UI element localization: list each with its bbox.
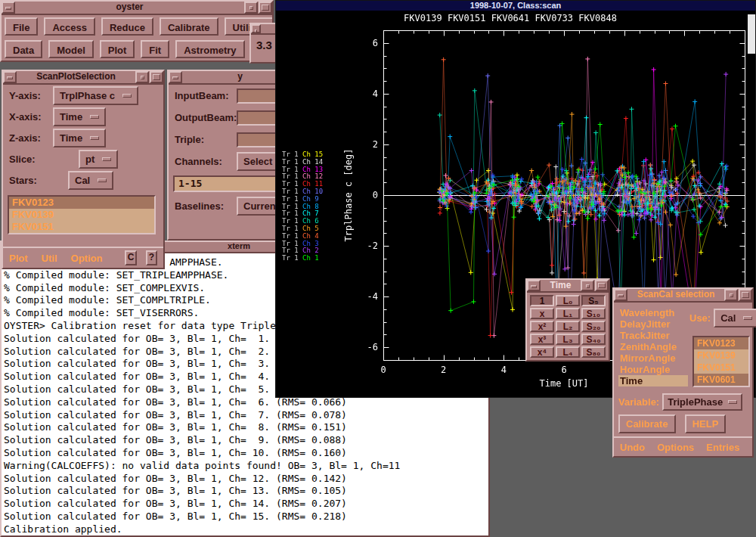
outputbeam-label: OutputBeam:	[175, 112, 237, 123]
scancal-titlebar[interactable]: ScanCal selection	[614, 289, 752, 303]
time-term-x[interactable]: x²	[530, 321, 554, 332]
parameter-wavelength[interactable]: Wavelength	[618, 307, 688, 318]
slice-option-menu[interactable]: pt	[79, 150, 118, 169]
time-term-x[interactable]: x⁴	[530, 346, 554, 358]
variable-label: Variable:	[618, 396, 659, 408]
time-term-x[interactable]: x³	[530, 334, 554, 345]
inputbeam-label: InputBeam:	[175, 90, 237, 101]
time-term-s[interactable]: S₁₀	[581, 308, 606, 319]
scanplot-titlebar[interactable]: ScanPlotSelection	[3, 71, 163, 85]
time-term-1[interactable]: 1	[530, 295, 554, 306]
time-term-l[interactable]: L₃	[556, 334, 580, 345]
window-menu-button[interactable]	[169, 71, 182, 83]
menu-fit[interactable]: Fit	[141, 40, 169, 58]
help-button[interactable]: HELP	[685, 414, 727, 433]
option-menu-dash-icon	[98, 178, 107, 182]
time-term-l[interactable]: L₂	[556, 321, 580, 332]
variable-option-menu[interactable]: TriplePhase	[662, 393, 742, 411]
y-axis-option-menu[interactable]: TrplPhase c	[53, 86, 138, 105]
time-term-s[interactable]: S₄₀	[581, 334, 606, 345]
calibrator-fkv0123[interactable]: FKV0123	[694, 337, 748, 349]
time-term-x[interactable]: x	[530, 308, 554, 319]
time-term-s[interactable]: S₅	[581, 295, 606, 306]
variable-row: Variable: TriplePhase	[618, 393, 742, 411]
option-menu-dash-icon	[90, 115, 99, 119]
time-titlebar[interactable]: Time	[527, 280, 609, 293]
time-term-s[interactable]: S₂₀	[581, 321, 606, 332]
window-menu-button[interactable]	[3, 71, 17, 83]
parameter-delayjitter[interactable]: DelayJitter	[618, 318, 688, 330]
menu-plot[interactable]: Plot	[100, 40, 135, 58]
triple-label: Triple:	[175, 134, 237, 145]
maximize-button[interactable]	[259, 2, 272, 14]
plot-scrollbar[interactable]	[748, 14, 755, 84]
menu-option[interactable]: Option	[71, 253, 103, 264]
calibrate-button[interactable]: Calibrate	[618, 414, 676, 433]
legend-triple-label: Tr 1	[282, 254, 302, 262]
channels-select-value: Select	[243, 156, 272, 167]
menu-model[interactable]: Model	[48, 40, 94, 58]
option-menu-dash-icon	[743, 316, 752, 320]
maximize-button[interactable]	[150, 71, 163, 83]
window-menu-button[interactable]	[527, 280, 541, 291]
window-menu-button[interactable]	[2, 2, 15, 14]
scancal-menubar: UndoOptionsEntries	[614, 436, 752, 456]
time-term-l[interactable]: L₄	[556, 346, 580, 358]
button-item[interactable]: ?	[146, 250, 157, 265]
plot-window-titlebar[interactable]: 1998-10-07, Class:scan	[276, 1, 755, 11]
iconify-button[interactable]	[724, 289, 738, 301]
calibrator-fkv0139[interactable]: FKV0139	[694, 349, 748, 362]
menu-entries[interactable]: Entries	[706, 442, 739, 453]
plot-scrollbar-thumb[interactable]	[748, 54, 755, 84]
variable-value: TriplePhase	[668, 396, 723, 408]
parameter-mirrorangle[interactable]: MirrorAngle	[618, 352, 688, 364]
legend-channel-label: Ch 6	[302, 217, 319, 225]
window-menu-button[interactable]	[251, 24, 261, 33]
z-axis-option-menu[interactable]: Time	[53, 129, 106, 147]
menu-data[interactable]: Data	[5, 40, 42, 58]
use-value: Cal	[720, 312, 736, 324]
iconify-button[interactable]	[581, 280, 594, 291]
menu-undo[interactable]: Undo	[620, 442, 645, 453]
menu-util[interactable]: Util	[42, 253, 57, 264]
iconify-button[interactable]	[135, 71, 149, 83]
use-option-menu[interactable]: Cal	[714, 309, 756, 327]
terminal-line: Solution calculated for OB= 3, Bl= 1, Ch…	[4, 511, 486, 523]
maximize-button[interactable]	[595, 280, 609, 291]
star-fkv0139[interactable]: FKV0139	[9, 209, 154, 221]
parameter-trackjitter[interactable]: TrackJitter	[618, 330, 688, 341]
window-menu-dash-icon	[531, 285, 537, 288]
iconify-button[interactable]	[244, 2, 258, 14]
option-value: Time	[60, 132, 82, 144]
menu-calibrate[interactable]: Calibrate	[160, 17, 218, 36]
menu-reduce[interactable]: Reduce	[101, 17, 153, 36]
x-axis-option-menu[interactable]: Time	[53, 107, 106, 126]
menu-file[interactable]: File	[5, 17, 38, 36]
menu-astrometry[interactable]: Astrometry	[175, 40, 244, 58]
oyster-titlebar[interactable]: oyster	[2, 2, 272, 15]
calibrator-fkv0151[interactable]: FKV0151	[694, 362, 748, 374]
parameter-time[interactable]: Time	[618, 375, 688, 386]
legend-triple-label: Tr 1	[282, 247, 302, 254]
stars-option-menu[interactable]: Cal	[68, 171, 113, 190]
menu-plot[interactable]: Plot	[9, 253, 28, 264]
form-row: Z-axis:Time	[3, 127, 163, 148]
time-term-l[interactable]: L₀	[556, 295, 580, 306]
menu-options[interactable]: Options	[657, 442, 694, 453]
window-menu-button[interactable]	[614, 289, 627, 301]
legend-triple-label: Tr 1	[282, 195, 302, 203]
star-fkv0151[interactable]: FKV0151	[9, 221, 154, 233]
parameter-hourangle[interactable]: HourAngle	[618, 364, 688, 375]
button-c[interactable]: C	[125, 250, 136, 265]
desktop: xterm AMPPHASE.% Compiled module: SET_TR…	[0, 0, 756, 537]
legend-item: Tr 1 Ch 1	[282, 255, 323, 262]
time-term-l[interactable]: L₁	[556, 308, 580, 319]
maximize-button[interactable]	[739, 289, 752, 301]
calibrator-fkv0601[interactable]: FKV0601	[694, 374, 748, 386]
parameter-zenithangle[interactable]: ZenithAngle	[618, 341, 688, 352]
star-fkv0123[interactable]: FKV0123	[9, 197, 154, 209]
time-term-s[interactable]: S₈₀	[581, 346, 606, 358]
legend-triple-label: Tr 1	[282, 172, 302, 180]
menu-access[interactable]: Access	[44, 17, 95, 36]
star-list: FKV0123FKV0139FKV0151	[8, 195, 156, 234]
